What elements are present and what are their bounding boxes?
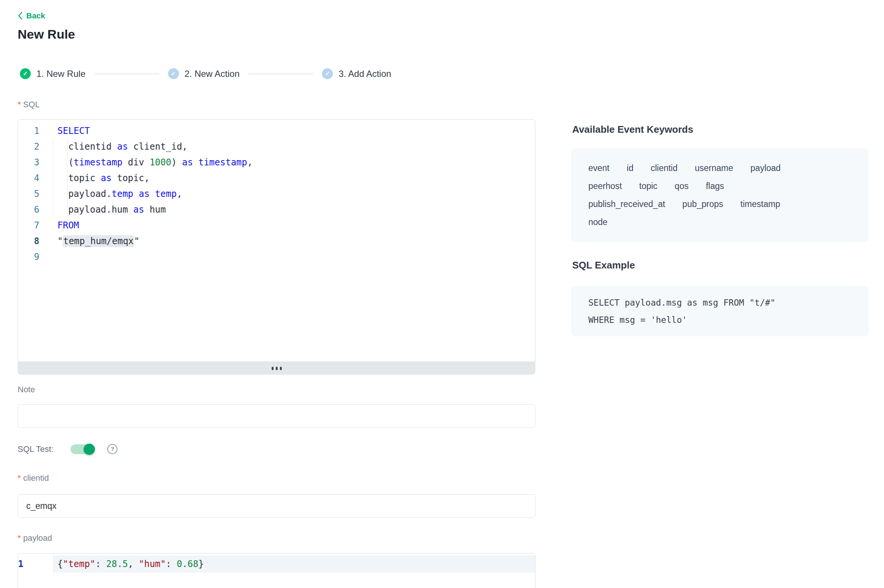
line-number: 4 xyxy=(18,170,57,186)
indent-guide xyxy=(67,202,68,218)
payload-field-label: payload xyxy=(18,533,52,543)
event-keyword: payload xyxy=(750,163,781,173)
keyword-row: eventidclientidusernamepayload xyxy=(588,159,851,177)
step-check-icon: ✓ xyxy=(20,68,31,79)
page-title: New Rule xyxy=(18,27,75,42)
chevron-left-icon xyxy=(18,12,23,20)
step-connector xyxy=(95,74,159,74)
indent-guide xyxy=(67,139,68,154)
line-number: 1 xyxy=(18,123,57,139)
keyword-row: node xyxy=(588,213,851,231)
line-number: 9 xyxy=(18,249,57,265)
step-connector xyxy=(248,74,313,74)
resize-dot xyxy=(272,367,274,370)
wizard-step-3[interactable]: ✓3. Add Action xyxy=(322,68,391,79)
code-line-9: 9 xyxy=(18,249,535,265)
wizard-steps: ✓1. New Rule✓2. New Action✓3. Add Action xyxy=(20,68,391,79)
event-keyword: topic xyxy=(639,181,658,191)
sql-field-label: SQL xyxy=(18,100,40,110)
toggle-knob xyxy=(84,444,95,455)
sql-example-box: SELECT payload.msg as msg FROM "t/#"WHER… xyxy=(571,286,869,336)
line-number: 5 xyxy=(18,186,57,202)
note-field-label: Note xyxy=(18,385,35,394)
code-line-1: 1SELECT xyxy=(18,123,535,139)
payload-code-editor[interactable]: 1{"temp": 28.5, "hum": 0.68} xyxy=(18,553,535,588)
code-line-8: 8"temp_hum/emqx" xyxy=(18,233,535,249)
line-number: 7 xyxy=(18,218,57,233)
code-line-1: 1{"temp": 28.5, "hum": 0.68} xyxy=(18,555,535,573)
sql-example-line: SELECT payload.msg as msg FROM "t/#" xyxy=(588,294,851,311)
code-line-3: 3 (timestamp div 1000) as timestamp, xyxy=(18,154,535,170)
indent-guide xyxy=(53,154,53,170)
indent-guide xyxy=(53,139,53,154)
keywords-box: eventidclientidusernamepayloadpeerhostto… xyxy=(571,148,869,242)
sql-test-row: SQL Test: ? xyxy=(18,444,117,454)
wizard-step-1[interactable]: ✓1. New Rule xyxy=(20,68,86,79)
event-keyword: peerhost xyxy=(588,181,622,191)
code-line-7: 7FROM xyxy=(18,218,535,233)
event-keyword: username xyxy=(695,163,733,173)
back-link[interactable]: Back xyxy=(18,11,45,20)
event-keyword: event xyxy=(588,163,609,173)
editor-resize-handle[interactable] xyxy=(18,362,535,375)
indent-guide xyxy=(67,154,68,170)
clientid-input[interactable] xyxy=(18,494,535,518)
line-number: 6 xyxy=(18,202,57,218)
event-keyword: qos xyxy=(675,181,689,191)
line-number: 3 xyxy=(18,154,57,170)
event-keyword: pub_props xyxy=(683,199,723,209)
help-icon[interactable]: ? xyxy=(107,444,117,454)
event-keyword: flags xyxy=(706,181,724,191)
step-check-icon: ✓ xyxy=(322,68,333,79)
step-label: 1. New Rule xyxy=(36,69,86,79)
sql-test-toggle[interactable] xyxy=(71,444,95,454)
sql-code-editor[interactable]: 1SELECT2 clientid as client_id,3 (timest… xyxy=(18,119,535,362)
line-number: 8 xyxy=(18,233,57,249)
step-label: 3. Add Action xyxy=(338,69,391,79)
indent-guide xyxy=(53,186,53,202)
indent-guide xyxy=(53,170,53,186)
code-text: {"temp": 28.5, "hum": 0.68} xyxy=(18,555,535,573)
wizard-step-2[interactable]: ✓2. New Action xyxy=(168,68,240,79)
line-number: 2 xyxy=(18,139,57,154)
keyword-row: peerhosttopicqosflags xyxy=(588,177,851,195)
code-line-4: 4 topic as topic, xyxy=(18,170,535,186)
code-line-5: 5 payload.temp as temp, xyxy=(18,186,535,202)
keyword-row: publish_received_atpub_propstimestamp xyxy=(588,195,851,213)
event-keyword: publish_received_at xyxy=(588,199,665,209)
clientid-field-label: clientid xyxy=(18,473,49,483)
indent-guide xyxy=(67,170,68,186)
indent-guide xyxy=(53,202,53,218)
step-label: 2. New Action xyxy=(185,69,240,79)
sql-example-line: WHERE msg = 'hello' xyxy=(588,311,851,328)
resize-dot xyxy=(276,367,278,370)
main-form-column: Back New Rule ✓1. New Rule✓2. New Action… xyxy=(18,0,535,588)
event-keyword: id xyxy=(627,163,633,173)
resize-dot xyxy=(280,367,282,370)
keywords-panel-title: Available Event Keywords xyxy=(572,124,693,135)
event-keyword: timestamp xyxy=(740,199,780,209)
back-label: Back xyxy=(26,11,45,20)
event-keyword: node xyxy=(588,217,607,227)
code-line-2: 2 clientid as client_id, xyxy=(18,139,535,154)
code-line-6: 6 payload.hum as hum xyxy=(18,202,535,218)
event-keyword: clientid xyxy=(651,163,678,173)
note-input[interactable] xyxy=(18,404,535,428)
indent-guide xyxy=(67,186,68,202)
sql-example-title: SQL Example xyxy=(572,260,635,271)
step-check-icon: ✓ xyxy=(168,68,179,79)
sql-test-label: SQL Test: xyxy=(18,444,53,454)
